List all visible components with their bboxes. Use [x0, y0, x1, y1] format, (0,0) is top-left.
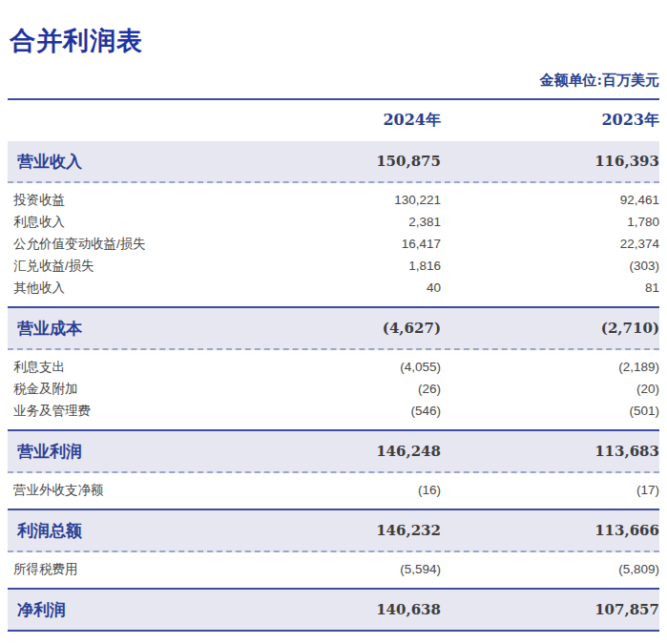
- cell-2024: 16,417: [296, 237, 441, 251]
- cell-2024: 140,638: [296, 601, 441, 618]
- row-label: 营业成本: [8, 318, 296, 340]
- section-header-row-operating-costs: 营业成本 (4,627) (2,710): [8, 306, 659, 350]
- cell-2024: 146,248: [296, 443, 441, 460]
- table-row: 利息收入 2,381 1,780: [8, 211, 659, 233]
- detail-rows-total-profit: 所得税费用 (5,594) (5,809): [8, 552, 659, 588]
- detail-rows-operating-profit: 营业外收支净额 (16) (17): [8, 473, 659, 509]
- table-row: 投资收益 130,221 92,461: [8, 189, 659, 211]
- cell-2023: (20): [441, 382, 659, 396]
- cell-2023: 1,780: [441, 215, 659, 229]
- row-label: 所得税费用: [8, 561, 296, 578]
- table-row: 税金及附加 (26) (20): [8, 378, 659, 400]
- table-row: 其他收入 40 81: [8, 277, 659, 299]
- section-header-row-operating-revenue: 营业收入 150,875 116,393: [8, 141, 659, 183]
- cell-2024: 40: [296, 280, 441, 295]
- cell-2023: (303): [441, 259, 659, 273]
- row-label: 其他收入: [8, 280, 296, 297]
- detail-rows-operating-costs: 利息支出 (4,055) (2,189) 税金及附加 (26) (20) 业务及…: [8, 350, 659, 429]
- cell-2024: (4,055): [296, 360, 441, 374]
- cell-2023: (2,710): [441, 320, 659, 337]
- cell-2023: 81: [441, 280, 659, 295]
- cell-2023: 107,857: [441, 601, 659, 618]
- cell-2023: (5,809): [441, 562, 659, 576]
- column-header-2024: 2024年: [296, 111, 441, 131]
- row-label: 税金及附加: [8, 381, 296, 398]
- row-label: 业务及管理费: [8, 403, 296, 420]
- section-header-row-total-profit: 利润总额 146,232 113,666: [8, 509, 659, 552]
- row-label: 利息收入: [8, 214, 296, 231]
- section-header-row-operating-profit: 营业利润 146,248 113,683: [8, 429, 659, 473]
- cell-2024: (5,594): [296, 562, 441, 576]
- row-label: 公允价值变动收益/损失: [8, 236, 296, 253]
- row-label: 净利润: [8, 599, 296, 621]
- table-row: 业务及管理费 (546) (501): [8, 400, 659, 422]
- row-label: 利息支出: [8, 359, 296, 376]
- row-label: 利润总额: [8, 520, 296, 542]
- income-statement-page: 合并利润表 金额单位:百万美元 2024年 2023年 营业收入 150,875…: [8, 25, 659, 632]
- cell-2024: 150,875: [296, 153, 441, 170]
- cell-2023: (501): [441, 404, 659, 418]
- table-row: 公允价值变动收益/损失 16,417 22,374: [8, 233, 659, 255]
- cell-2023: 116,393: [441, 153, 659, 170]
- page-title: 合并利润表: [10, 25, 659, 57]
- cell-2024: (546): [296, 404, 441, 418]
- row-label: 汇兑收益/损失: [8, 258, 296, 275]
- table-row: 所得税费用 (5,594) (5,809): [8, 558, 659, 580]
- unit-note: 金额单位:百万美元: [8, 71, 659, 90]
- cell-2023: 113,666: [441, 522, 659, 539]
- row-label: 投资收益: [8, 192, 296, 209]
- column-header-2023: 2023年: [441, 111, 659, 131]
- table-row: 汇兑收益/损失 1,816 (303): [8, 255, 659, 277]
- cell-2024: (16): [296, 483, 441, 497]
- cell-2024: 146,232: [296, 522, 441, 539]
- cell-2024: 2,381: [296, 215, 441, 229]
- cell-2024: (26): [296, 382, 441, 396]
- column-header-row: 2024年 2023年: [8, 100, 659, 141]
- detail-rows-operating-revenue: 投资收益 130,221 92,461 利息收入 2,381 1,780 公允价…: [8, 183, 659, 306]
- cell-2023: (17): [441, 483, 659, 497]
- cell-2024: 1,816: [296, 259, 441, 273]
- cell-2024: 130,221: [296, 193, 441, 207]
- cell-2024: (4,627): [296, 320, 441, 337]
- table-row: 利息支出 (4,055) (2,189): [8, 356, 659, 378]
- income-statement-table: 2024年 2023年 营业收入 150,875 116,393 投资收益 13…: [8, 98, 659, 632]
- cell-2023: 113,683: [441, 443, 659, 460]
- row-label: 营业收入: [8, 151, 296, 173]
- section-header-row-net-profit: 净利润 140,638 107,857: [8, 588, 659, 632]
- cell-2023: 22,374: [441, 237, 659, 251]
- cell-2023: (2,189): [441, 360, 659, 374]
- row-label: 营业利润: [8, 441, 296, 463]
- cell-2023: 92,461: [441, 193, 659, 207]
- row-label: 营业外收支净额: [8, 482, 296, 499]
- table-row: 营业外收支净额 (16) (17): [8, 479, 659, 501]
